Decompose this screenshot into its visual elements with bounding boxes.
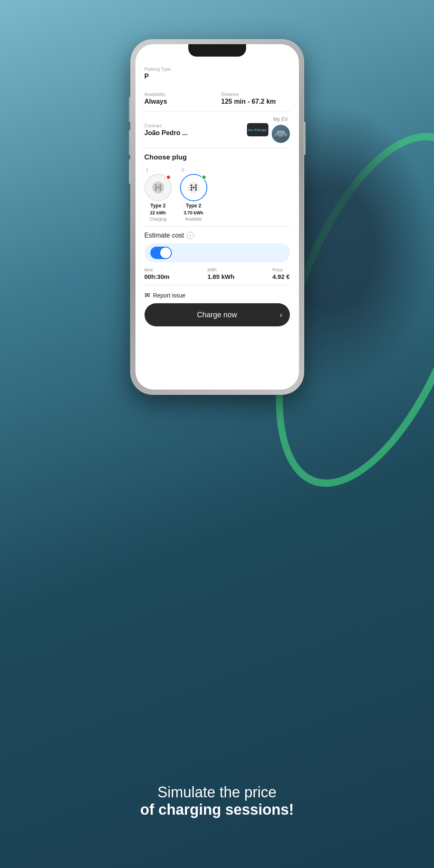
kwh-label: kWh xyxy=(208,267,235,272)
charge-now-button[interactable]: Charge now › xyxy=(145,303,290,326)
plug-type-1: Type 2 xyxy=(150,203,166,209)
plug-power-2: 3.70 kWh xyxy=(184,210,204,215)
contract-section: Contract João Pedro ... Go·Charge My EV xyxy=(135,112,299,148)
gocharge-logo: Go·Charge xyxy=(247,123,268,136)
price-value: 4.92 € xyxy=(273,273,290,280)
svg-point-14 xyxy=(190,184,192,186)
car-avatar xyxy=(272,125,290,143)
availability-col: Availability Always xyxy=(145,92,213,105)
phone-notch xyxy=(188,44,246,57)
my-ev-label: My EV xyxy=(273,117,288,122)
svg-point-4 xyxy=(284,136,285,138)
svg-point-6 xyxy=(155,184,157,186)
plug-dot-2 xyxy=(202,175,206,180)
svg-point-12 xyxy=(159,187,161,189)
cost-row: time 00h:30m kWh 1.85 kWh Price 4.92 € xyxy=(145,267,290,280)
availability-distance-section: Availability Always Distance 125 min - 6… xyxy=(135,86,299,111)
distance-col: Distance 125 min - 67.2 km xyxy=(221,92,290,105)
toggle-thumb xyxy=(160,247,171,258)
estimate-title: Estimate cost xyxy=(145,232,184,239)
plug-section: Choose plug 1 xyxy=(135,148,299,226)
charge-btn-wrapper: Charge now › xyxy=(135,303,299,335)
svg-point-16 xyxy=(190,189,192,191)
plug-status-2: Available xyxy=(185,217,202,221)
svg-point-10 xyxy=(157,187,159,189)
svg-point-18 xyxy=(192,187,194,189)
plug-number-1: 1 xyxy=(146,167,149,172)
phone-screen: Parking Type P Availability Always Dista… xyxy=(135,44,299,390)
my-ev-container: My EV xyxy=(272,117,290,143)
contract-info: Contract João Pedro ... xyxy=(145,123,243,137)
distance-label: Distance xyxy=(221,92,290,97)
parking-type-label: Parking Type xyxy=(145,67,290,71)
kwh-value: 1.85 kWh xyxy=(208,273,235,280)
svg-point-19 xyxy=(190,187,192,189)
distance-value: 125 min - 67.2 km xyxy=(221,98,290,105)
svg-point-17 xyxy=(195,189,197,191)
time-label: time xyxy=(145,267,170,272)
svg-point-11 xyxy=(155,187,157,189)
choose-plug-title: Choose plug xyxy=(145,153,290,162)
parking-type-section: Parking Type P xyxy=(135,61,299,86)
plug-type-2: Type 2 xyxy=(186,203,201,209)
info-icon[interactable]: i xyxy=(187,232,194,239)
bottom-line1: Simulate the price xyxy=(0,784,434,801)
price-label: Price xyxy=(273,267,290,272)
cost-price-col: Price 4.92 € xyxy=(273,267,290,280)
estimate-title-row: Estimate cost i xyxy=(145,232,290,239)
svg-point-15 xyxy=(195,184,197,186)
bottom-line2: of charging sessions! xyxy=(0,801,434,818)
cost-time-col: time 00h:30m xyxy=(145,267,170,280)
gocharge-logo-text: Go·Charge xyxy=(248,128,267,132)
availability-value: Always xyxy=(145,98,213,105)
plug-dot-1 xyxy=(166,175,171,180)
estimate-section: Estimate cost i time 00h:30m xyxy=(135,227,299,285)
chevron-down-icon: › xyxy=(280,311,282,319)
report-label: Report issue xyxy=(153,292,186,299)
phone-wrapper: Parking Type P Availability Always Dista… xyxy=(130,39,304,395)
svg-point-8 xyxy=(155,189,157,191)
plugs-row: 1 xyxy=(145,167,290,221)
envelope-icon: ✉ xyxy=(145,291,150,299)
plug-power-1: 22 kWh xyxy=(150,210,166,215)
charge-btn-label: Charge now xyxy=(197,311,237,319)
svg-point-9 xyxy=(159,189,161,191)
contract-logos: Go·Charge My EV xyxy=(247,117,290,143)
plug-item-1[interactable]: 1 xyxy=(145,167,172,221)
plug-status-1: Charging xyxy=(149,217,166,221)
toggle-container[interactable] xyxy=(145,243,290,262)
plug-number-2: 2 xyxy=(182,167,184,172)
svg-point-3 xyxy=(276,136,277,138)
time-value: 00h:30m xyxy=(145,273,170,280)
report-section[interactable]: ✉ Report issue xyxy=(135,285,299,303)
bottom-text: Simulate the price of charging sessions! xyxy=(0,784,434,818)
phone-frame: Parking Type P Availability Always Dista… xyxy=(130,39,304,395)
svg-point-20 xyxy=(195,187,197,189)
contract-label: Contract xyxy=(145,123,243,128)
parking-type-value: P xyxy=(145,73,290,80)
availability-label: Availability xyxy=(145,92,213,97)
plug-icon-wrapper-2 xyxy=(180,174,207,201)
screen-content: Parking Type P Availability Always Dista… xyxy=(135,44,299,390)
cost-kwh-col: kWh 1.85 kWh xyxy=(208,267,235,280)
svg-point-7 xyxy=(159,184,161,186)
estimate-toggle[interactable] xyxy=(150,247,172,259)
contract-name: João Pedro ... xyxy=(145,129,243,137)
plug-icon-wrapper-1 xyxy=(145,174,172,201)
plug-item-2[interactable]: 2 xyxy=(180,167,207,221)
